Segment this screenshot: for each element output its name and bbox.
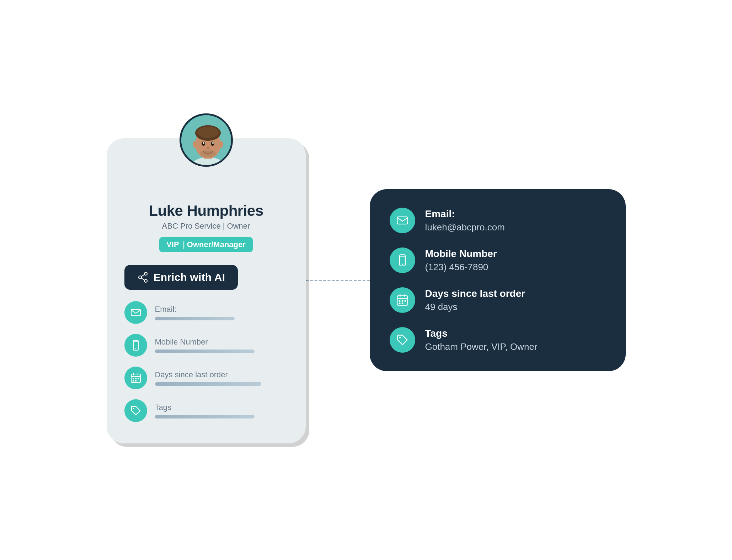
connector-line [306, 280, 370, 281]
calendar-icon-circle [124, 367, 147, 389]
right-label-days: Days since last order [425, 287, 525, 300]
right-field-days: Days since last order 49 days [390, 287, 606, 313]
right-field-mobile: Mobile Number (123) 456-7890 [390, 247, 606, 273]
badge-role: Owner/Manager [187, 240, 246, 249]
svg-point-15 [139, 276, 141, 279]
svg-line-17 [141, 274, 144, 277]
enrich-label: Enrich with AI [154, 271, 225, 283]
tag-icon-circle [124, 399, 147, 422]
svg-point-13 [200, 150, 216, 157]
right-card: Email: lukeh@abcpro.com Mobile Number (1… [370, 189, 626, 371]
right-value-email: lukeh@abcpro.com [425, 222, 505, 233]
tag-icon [130, 405, 141, 416]
list-item: Email: [124, 301, 288, 324]
right-email-icon-circle [390, 208, 415, 233]
svg-point-12 [207, 147, 209, 149]
field-label-days: Days since last order [155, 370, 288, 379]
user-name: Luke Humphries [149, 202, 263, 219]
list-item: Tags [124, 399, 288, 422]
right-value-days: 49 days [425, 302, 525, 313]
svg-rect-33 [397, 217, 407, 224]
right-calendar-icon [396, 294, 409, 306]
right-label-mobile: Mobile Number [425, 247, 497, 260]
right-mobile-icon-circle [390, 247, 415, 273]
list-item: Mobile Number [124, 334, 288, 357]
right-calendar-icon-circle [390, 287, 415, 313]
field-label-mobile: Mobile Number [155, 337, 288, 347]
svg-rect-43 [404, 300, 406, 302]
svg-rect-44 [399, 302, 400, 304]
svg-rect-41 [399, 300, 400, 302]
svg-line-18 [141, 278, 144, 280]
svg-point-14 [144, 272, 147, 275]
vip-label: VIP [166, 240, 179, 249]
field-bar-days [155, 382, 261, 386]
email-icon [130, 307, 141, 318]
svg-point-46 [399, 337, 401, 338]
svg-point-6 [193, 141, 198, 148]
list-item: Days since last order [124, 367, 288, 389]
svg-rect-28 [135, 378, 137, 379]
svg-point-32 [133, 408, 134, 409]
right-field-tags: Tags Gotham Power, VIP, Owner [390, 327, 606, 353]
field-label-email: Email: [155, 305, 288, 314]
right-tag-icon [396, 334, 409, 346]
mobile-icon-circle [124, 334, 147, 357]
avatar [180, 113, 233, 167]
email-icon-circle [124, 301, 147, 324]
field-bar-email [155, 317, 235, 320]
svg-rect-30 [133, 380, 134, 382]
svg-point-7 [218, 141, 223, 148]
scene: Luke Humphries ABC Pro Service | Owner V… [107, 117, 626, 443]
right-value-mobile: (123) 456-7890 [425, 262, 497, 273]
svg-rect-27 [133, 378, 134, 379]
field-label-tags: Tags [155, 403, 288, 412]
svg-rect-31 [135, 380, 137, 382]
svg-point-10 [203, 142, 204, 144]
svg-point-5 [197, 127, 219, 138]
svg-point-11 [212, 142, 214, 144]
right-tag-icon-circle [390, 327, 415, 353]
right-value-tags: Gotham Power, VIP, Owner [425, 341, 538, 352]
calendar-icon [130, 372, 141, 384]
svg-rect-29 [138, 378, 139, 379]
svg-rect-45 [401, 302, 403, 304]
right-label-tags: Tags [425, 327, 538, 340]
svg-point-21 [135, 348, 136, 349]
mobile-icon [130, 340, 141, 351]
right-mobile-icon [396, 254, 409, 267]
field-bar-tags [155, 415, 255, 418]
user-subtitle: ABC Pro Service | Owner [162, 222, 250, 231]
field-list: Email: Mobile Number [124, 301, 288, 422]
field-bar-mobile [155, 350, 255, 353]
svg-point-35 [402, 263, 403, 265]
svg-rect-19 [131, 309, 140, 316]
svg-rect-42 [401, 300, 403, 302]
right-field-email: Email: lukeh@abcpro.com [390, 208, 606, 233]
enrich-button[interactable]: Enrich with AI [124, 265, 238, 290]
left-card: Luke Humphries ABC Pro Service | Owner V… [107, 138, 306, 443]
share-icon [137, 272, 149, 283]
vip-badge: VIP | Owner/Manager [159, 237, 253, 252]
right-label-email: Email: [425, 208, 505, 220]
svg-point-16 [144, 279, 147, 282]
right-email-icon [396, 214, 409, 227]
